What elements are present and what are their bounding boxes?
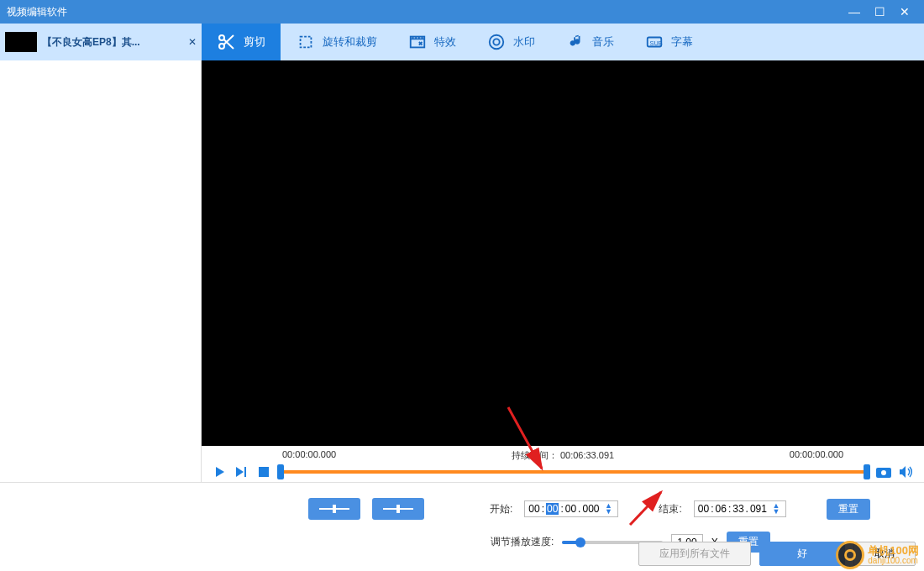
close-button[interactable]: ✕ [892, 5, 917, 18]
timeline-start-time: 00:00:00.000 [282, 449, 336, 462]
duration-value: 00:06:33.091 [560, 450, 614, 460]
svg-rect-7 [244, 467, 246, 477]
set-start-button[interactable] [308, 498, 360, 520]
cancel-button[interactable]: 取消 [853, 542, 916, 566]
tab-rotate[interactable]: 旋转和裁剪 [281, 24, 392, 60]
svg-rect-2 [301, 37, 312, 48]
svg-rect-12 [333, 505, 336, 513]
reset-trim-button[interactable]: 重置 [827, 499, 870, 520]
subtitle-icon: SUB [644, 32, 664, 52]
svg-point-1 [219, 44, 224, 49]
ok-button[interactable]: 好 [759, 542, 845, 566]
svg-text:SUB: SUB [650, 39, 663, 47]
start-spinner[interactable]: ▲▼ [602, 503, 614, 515]
svg-point-4 [490, 35, 504, 50]
music-icon [565, 32, 585, 52]
play-segment-button[interactable] [234, 464, 250, 480]
end-time-input[interactable]: 00:06:33.091 ▲▼ [694, 500, 786, 517]
crop-icon [296, 32, 316, 52]
file-tab[interactable]: 【不良女高EP8】其... ✕ [0, 24, 202, 60]
apply-all-button[interactable]: 应用到所有文件 [638, 542, 751, 566]
svg-rect-8 [259, 467, 269, 477]
timeline-end-time: 00:00:00.000 [790, 449, 843, 462]
tab-watermark[interactable]: 水印 [471, 24, 550, 60]
file-close-icon[interactable]: ✕ [188, 36, 197, 48]
titlebar: 视频编辑软件 — ☐ ✕ [0, 0, 924, 24]
svg-rect-14 [396, 505, 400, 513]
timeline-track[interactable] [277, 468, 870, 476]
video-preview[interactable] [202, 60, 924, 446]
tab-subtitle[interactable]: SUB 字幕 [629, 24, 708, 60]
timeline: 00:00:00.000 持续时间： 00:06:33.091 00:00:00… [202, 446, 924, 482]
effect-icon [407, 32, 428, 52]
end-spinner[interactable]: ▲▼ [770, 503, 782, 515]
sidebar [0, 60, 202, 482]
trim-end-handle[interactable] [864, 464, 870, 479]
start-time-input[interactable]: 00:00:00.000 ▲▼ [524, 500, 618, 517]
stop-button[interactable] [255, 464, 272, 480]
tab-cut[interactable]: 剪切 [202, 24, 281, 60]
scissors-icon [217, 32, 237, 52]
tab-music[interactable]: 音乐 [550, 24, 629, 60]
maximize-button[interactable]: ☐ [867, 5, 892, 18]
set-end-button[interactable] [372, 498, 424, 520]
svg-point-10 [881, 470, 886, 475]
speed-label: 调节播放速度: [491, 535, 554, 549]
file-thumbnail [5, 32, 37, 52]
start-label: 开始: [490, 502, 512, 516]
volume-button[interactable] [897, 464, 914, 480]
watermark-icon [486, 32, 507, 52]
trim-start-handle[interactable] [277, 464, 284, 479]
play-button[interactable] [212, 464, 228, 480]
minimize-button[interactable]: — [842, 5, 867, 18]
footer: 应用到所有文件 好 取消 [638, 542, 916, 566]
tab-effect[interactable]: 特效 [392, 24, 471, 60]
svg-point-0 [219, 35, 224, 40]
duration-label: 持续时间： [512, 450, 558, 460]
snapshot-button[interactable] [875, 464, 892, 480]
end-label: 结束: [659, 502, 681, 516]
window-title: 视频编辑软件 [7, 5, 67, 19]
file-name: 【不良女高EP8】其... [42, 35, 183, 50]
toolbar: 【不良女高EP8】其... ✕ 剪切 旋转和裁剪 特效 水印 音乐 SUB 字幕 [0, 24, 924, 60]
